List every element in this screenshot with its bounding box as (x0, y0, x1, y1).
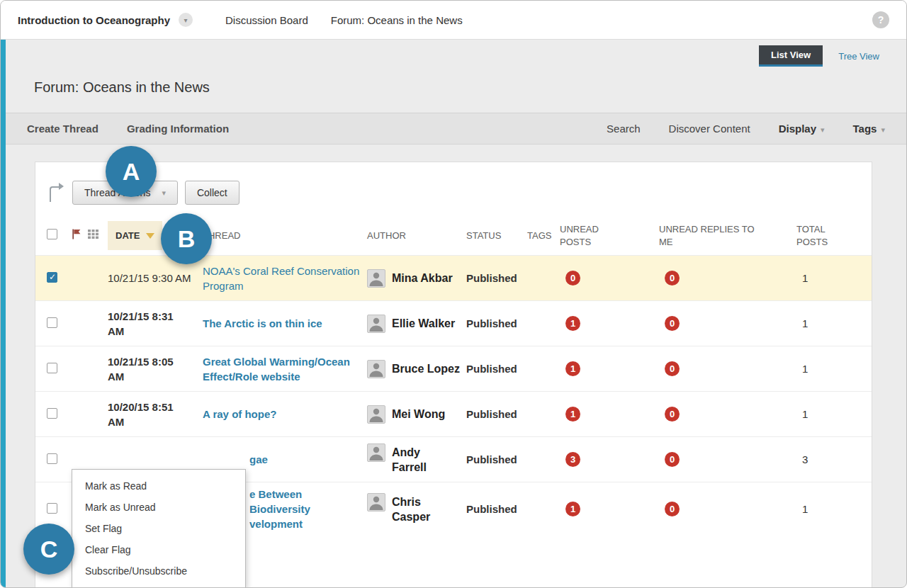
menu-item-set-flag[interactable]: Set Flag (72, 518, 245, 539)
unread-replies-badge: 0 (665, 316, 680, 331)
search-button[interactable]: Search (607, 123, 641, 135)
author-avatar (367, 315, 385, 333)
create-thread-button[interactable]: Create Thread (27, 123, 98, 135)
row-checkbox[interactable] (47, 363, 57, 373)
unread-replies-badge: 0 (665, 407, 680, 422)
action-bar: Create Thread Grading Information Search… (6, 113, 906, 145)
grading-information-button[interactable]: Grading Information (127, 123, 229, 135)
menu-item-subscribe-unsubscribe[interactable]: Subscribe/Unsubscribe (72, 560, 245, 582)
thread-link[interactable]: gae (249, 452, 268, 467)
author-avatar (367, 443, 385, 462)
thread-date: 10/21/15 9:30 AM (108, 272, 191, 284)
collect-button[interactable]: Collect (185, 181, 240, 205)
display-menu-button[interactable]: Display▾ (779, 123, 825, 135)
author-avatar (367, 405, 385, 424)
unread-replies-badge: 0 (665, 361, 680, 376)
top-bar: Introduction to Oceanography ▾ Discussio… (1, 1, 906, 40)
column-header-date[interactable]: DATE (108, 221, 162, 251)
discover-content-button[interactable]: Discover Content (669, 123, 750, 135)
column-header-unread-replies[interactable]: UNREAD REPLIES TO ME (656, 216, 794, 256)
author-avatar (367, 493, 385, 511)
table-row: 10/21/15 8:05 AM Great Global Warming/Oc… (35, 346, 872, 392)
table-row: 10/20/15 8:51 AM A ray of hope? Mei Wong… (35, 392, 872, 437)
total-posts: 1 (794, 482, 872, 536)
unread-posts-badge: 1 (565, 502, 580, 516)
course-menu-button[interactable]: ▾ (179, 13, 193, 27)
tags-menu-button[interactable]: Tags▾ (853, 123, 885, 135)
thread-status: Published (466, 317, 517, 329)
theme-accent-stripe (1, 40, 6, 588)
column-header-total-posts[interactable]: TOTAL POSTS (794, 216, 872, 256)
unread-replies-badge: 0 (665, 502, 680, 516)
unread-posts-badge: 1 (565, 407, 580, 422)
thread-link[interactable]: A ray of hope? (203, 407, 276, 422)
callout-b: B (161, 213, 212, 264)
callout-a: A (106, 146, 157, 197)
chevron-down-icon: ▾ (881, 125, 885, 134)
chevron-down-icon: ▾ (821, 125, 825, 134)
total-posts: 3 (794, 437, 872, 482)
total-posts: 1 (794, 346, 872, 392)
author-name: Mei Wong (392, 405, 445, 422)
app-window: Introduction to Oceanography ▾ Discussio… (0, 0, 907, 588)
author-name: Andy Farrell (392, 443, 427, 475)
course-title: Introduction to Oceanography (18, 14, 170, 26)
author-name: Bruce Lopez (392, 360, 460, 377)
page-title: Forum: Oceans in the News (6, 67, 906, 113)
context-menu: Mark as Read Mark as Unread Set Flag Cle… (72, 469, 246, 588)
chevron-down-icon: ▾ (184, 16, 188, 24)
column-header-status[interactable]: STATUS (463, 216, 524, 256)
thread-date: 10/21/15 8:31 AM (108, 310, 174, 337)
row-checkbox[interactable] (47, 453, 57, 464)
menu-item-mark-as-unread[interactable]: Mark as Unread (72, 497, 245, 518)
help-icon[interactable]: ? (872, 11, 889, 28)
author-name: Mina Akbar (392, 269, 453, 286)
thread-status: Published (466, 363, 517, 375)
tab-tree-view[interactable]: Tree View (823, 45, 895, 67)
tab-list-view[interactable]: List View (759, 45, 823, 67)
thread-link[interactable]: NOAA's Coral Reef Conservation Program (203, 264, 359, 293)
breadcrumb-discussion-board[interactable]: Discussion Board (225, 14, 308, 26)
sort-descending-icon (146, 233, 154, 239)
branch-arrow-icon (50, 186, 61, 202)
table-row: 10/21/15 9:30 AM NOAA's Coral Reef Conse… (35, 256, 872, 301)
breadcrumb-forum: Forum: Oceans in the News (331, 14, 463, 26)
total-posts: 1 (794, 256, 872, 301)
unread-replies-badge: 0 (665, 452, 680, 467)
author-avatar (367, 360, 385, 378)
unread-posts-badge: 3 (565, 452, 580, 467)
column-header-thread[interactable]: THREAD (200, 216, 364, 256)
author-name: Chris Casper (392, 493, 430, 525)
main-area: List View Tree View Forum: Oceans in the… (1, 40, 906, 588)
author-name: Ellie Walker (392, 315, 455, 332)
thread-link[interactable]: The Arctic is on thin ice (203, 316, 322, 331)
thread-date: 10/20/15 8:51 AM (108, 401, 174, 428)
unread-replies-badge: 0 (665, 271, 680, 285)
total-posts: 1 (794, 392, 872, 437)
row-checkbox[interactable] (47, 408, 57, 419)
callout-c: C (23, 524, 74, 575)
author-avatar (367, 269, 385, 288)
column-header-tags[interactable]: TAGS (524, 216, 557, 256)
row-checkbox[interactable] (47, 272, 57, 283)
thread-status: Published (466, 453, 517, 465)
thread-status: Published (466, 503, 517, 515)
menu-item-mark-as-read[interactable]: Mark as Read (72, 475, 245, 497)
unread-posts-badge: 0 (565, 271, 580, 285)
list-toolbar-top: Thread Actions▾ Collect (35, 162, 872, 216)
view-tabs: List View Tree View (6, 40, 906, 67)
chevron-down-icon: ▾ (162, 188, 166, 198)
row-checkbox[interactable] (47, 317, 57, 328)
thread-link[interactable]: e Between Biodiversity velopment (249, 487, 361, 531)
grid-icon (88, 230, 98, 241)
total-posts: 1 (794, 301, 872, 346)
column-header-unread-posts[interactable]: UNREAD POSTS (557, 216, 656, 256)
menu-item-clear-flag[interactable]: Clear Flag (72, 539, 245, 560)
thread-status: Published (466, 408, 517, 420)
unread-posts-badge: 1 (565, 361, 580, 376)
row-checkbox[interactable] (47, 503, 57, 514)
select-all-checkbox[interactable] (47, 229, 57, 239)
table-row: 10/21/15 8:31 AM The Arctic is on thin i… (35, 301, 872, 346)
thread-link[interactable]: Great Global Warming/Ocean Effect/Role w… (203, 354, 350, 384)
column-header-author[interactable]: AUTHOR (364, 216, 463, 256)
